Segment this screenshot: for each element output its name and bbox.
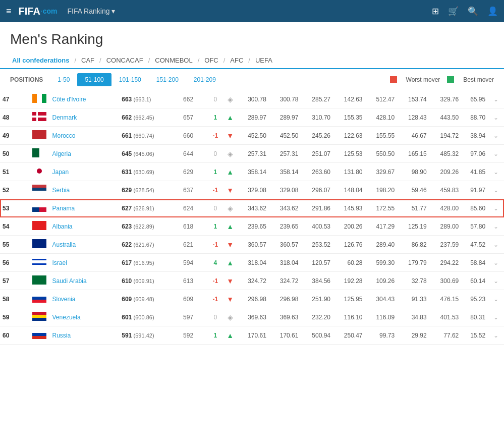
stat-8: 91.97: [461, 181, 488, 199]
country-name[interactable]: Russia: [50, 326, 120, 345]
arrow-down-icon: ▼: [227, 295, 234, 303]
expand-chevron-icon[interactable]: ⌄: [488, 181, 504, 199]
expand-chevron-icon[interactable]: ⌄: [488, 254, 504, 272]
stat-6: 153.74: [397, 90, 429, 108]
change-value: -1: [213, 241, 218, 248]
expand-chevron-icon[interactable]: ⌄: [488, 217, 504, 236]
stat-4: 155.35: [333, 108, 365, 127]
country-name[interactable]: Australia: [50, 236, 120, 254]
search-icon[interactable]: 🔍: [468, 6, 478, 17]
cart-icon[interactable]: 🛒: [448, 6, 459, 17]
country-name[interactable]: Panama: [50, 199, 120, 217]
country-name[interactable]: Slovenia: [50, 290, 120, 308]
stat-3: 384.56: [301, 272, 333, 290]
svg-rect-30: [32, 333, 46, 336]
stat-8: 95.23: [461, 290, 488, 308]
stat-7: 401.53: [429, 308, 462, 326]
rank-change: 1: [207, 326, 223, 345]
rank-position: 56: [0, 254, 29, 272]
svg-point-10: [37, 169, 42, 174]
change-arrow: ◈: [223, 308, 237, 326]
points-value: 629 (628.54): [119, 181, 181, 199]
fifa-logo[interactable]: FIFA·com: [19, 6, 58, 17]
page-title-area: Men's Ranking: [0, 22, 504, 52]
tab-ofc[interactable]: OFC: [202, 52, 220, 68]
stat-7: 459.83: [429, 181, 462, 199]
country-name[interactable]: Japan: [50, 163, 120, 181]
rank-position: 51: [0, 163, 29, 181]
pos-tab-151-200[interactable]: 151-200: [149, 73, 186, 86]
previous-points: 657: [181, 108, 207, 127]
country-name[interactable]: Algeria: [50, 145, 120, 163]
expand-chevron-icon[interactable]: ⌄: [488, 163, 504, 181]
arrow-neutral-icon: ◈: [228, 204, 233, 212]
expand-chevron-icon[interactable]: ⌄: [488, 272, 504, 290]
hamburger-menu[interactable]: ≡: [6, 6, 12, 17]
change-arrow: ▼: [223, 127, 237, 145]
stat-8: 97.06: [461, 145, 488, 163]
rank-change: 1: [207, 108, 223, 127]
stat-5: 289.40: [365, 236, 398, 254]
country-name[interactable]: Saudi Arabia: [50, 272, 120, 290]
rank-change: -1: [207, 236, 223, 254]
expand-chevron-icon[interactable]: ⌄: [488, 290, 504, 308]
stat-4: 148.04: [333, 181, 365, 199]
change-value: 1: [214, 223, 217, 230]
expand-chevron-icon[interactable]: ⌄: [488, 308, 504, 326]
tab-afc[interactable]: AFC: [228, 52, 245, 68]
expand-chevron-icon[interactable]: ⌄: [488, 108, 504, 127]
change-arrow: ▲: [223, 254, 237, 272]
user-icon[interactable]: 👤: [487, 6, 498, 17]
country-flag: [29, 127, 49, 145]
tab-uefa[interactable]: UEFA: [253, 52, 274, 68]
country-flag: [29, 236, 49, 254]
nav-section-title[interactable]: FIFA Ranking ▾: [67, 7, 115, 15]
country-name[interactable]: Venezuela: [50, 308, 120, 326]
rank-position: 60: [0, 326, 29, 345]
stat-1: 257.31: [237, 145, 269, 163]
expand-chevron-icon[interactable]: ⌄: [488, 326, 504, 345]
country-name[interactable]: Israel: [50, 254, 120, 272]
stat-1: 296.98: [237, 290, 269, 308]
stat-4: 145.93: [333, 199, 365, 217]
stat-8: 88.70: [461, 108, 488, 127]
points-exact: (622.89): [134, 223, 154, 230]
svg-rect-2: [42, 94, 46, 103]
previous-points: 629: [181, 163, 207, 181]
country-name[interactable]: Morocco: [50, 127, 120, 145]
country-name[interactable]: Denmark: [50, 108, 120, 127]
country-name[interactable]: Albania: [50, 217, 120, 236]
pos-tab-51-100[interactable]: 51-100: [77, 73, 111, 86]
calendar-icon[interactable]: ⊞: [432, 6, 439, 17]
stat-2: 318.04: [269, 254, 301, 272]
stat-6: 125.19: [397, 217, 429, 236]
expand-chevron-icon[interactable]: ⌄: [488, 90, 504, 108]
stat-6: 34.83: [397, 308, 429, 326]
stat-2: 239.65: [269, 217, 301, 236]
previous-points: 621: [181, 236, 207, 254]
expand-chevron-icon[interactable]: ⌄: [488, 145, 504, 163]
svg-rect-26: [32, 312, 46, 315]
tab-conmebol[interactable]: CONMEBOL: [153, 52, 194, 68]
tab-concacaf[interactable]: CONCACAF: [104, 52, 145, 68]
country-name[interactable]: Serbia: [50, 181, 120, 199]
stat-5: 116.09: [365, 308, 398, 326]
country-flag: [29, 90, 49, 108]
stat-7: 194.72: [429, 127, 462, 145]
stat-5: 198.20: [365, 181, 398, 199]
points-exact: (609.48): [134, 296, 154, 302]
expand-chevron-icon[interactable]: ⌄: [488, 199, 504, 217]
country-name[interactable]: Côte d'Ivoire: [50, 90, 120, 108]
stat-1: 358.14: [237, 163, 269, 181]
tab-caf[interactable]: CAF: [79, 52, 96, 68]
expand-chevron-icon[interactable]: ⌄: [488, 236, 504, 254]
stat-2: 289.97: [269, 108, 301, 127]
country-flag: [29, 108, 49, 127]
rank-change: -1: [207, 290, 223, 308]
pos-tab-1-50[interactable]: 1-50: [50, 73, 77, 86]
expand-chevron-icon[interactable]: ⌄: [488, 127, 504, 145]
tab-all-confederations[interactable]: All confederations: [10, 52, 71, 69]
stat-7: 476.15: [429, 290, 462, 308]
pos-tab-201-209[interactable]: 201-209: [186, 73, 223, 86]
pos-tab-101-150[interactable]: 101-150: [111, 73, 149, 86]
